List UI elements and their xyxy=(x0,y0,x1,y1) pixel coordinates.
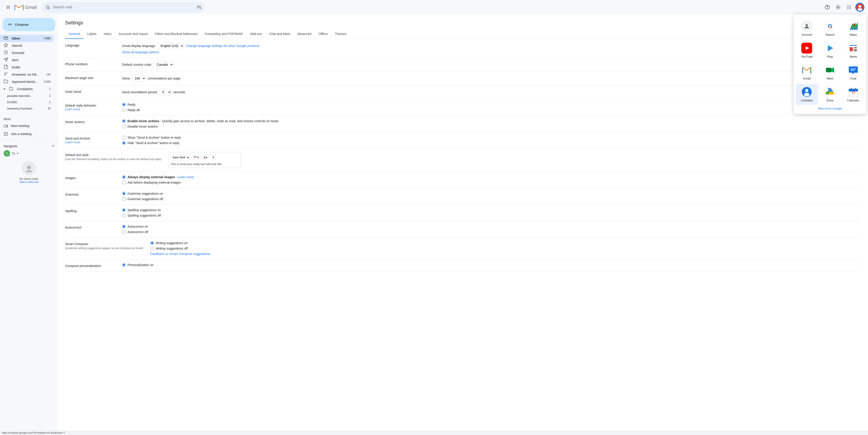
more-from-google[interactable]: More from Google xyxy=(818,107,842,110)
tab-general[interactable]: General xyxy=(65,29,84,39)
sidebar-item-ecwid[interactable]: ECWID 1 xyxy=(0,99,54,105)
hide-send-archive-input[interactable] xyxy=(122,141,126,145)
grammar-off-radio[interactable]: Grammar suggestions off xyxy=(122,197,861,201)
sidebar-item-snoozed[interactable]: Snoozed xyxy=(0,49,54,57)
grammar-on-radio[interactable]: Grammar suggestions on xyxy=(122,192,861,195)
app-item-drive[interactable]: Drive xyxy=(819,84,841,105)
app-item-youtube[interactable]: YouTube xyxy=(796,40,818,61)
sidebar-item-sent[interactable]: Sent xyxy=(0,57,54,64)
app-item-calendar[interactable]: 31 Calendar xyxy=(842,84,864,105)
ask-display-input[interactable] xyxy=(122,181,126,184)
search-input[interactable] xyxy=(53,5,194,9)
reply-radio-input[interactable] xyxy=(122,103,126,106)
compose-button[interactable]: ✏ Compose xyxy=(3,18,55,31)
app-item-chat[interactable]: Chat xyxy=(842,62,864,83)
sidebar-item-join-meeting[interactable]: Join a meeting xyxy=(0,130,58,138)
autocorrect-on-input[interactable] xyxy=(122,225,126,228)
show-send-archive-radio[interactable]: Show "Send & Archive" button in reply xyxy=(122,136,861,139)
spelling-on-radio[interactable]: Spelling suggestions on xyxy=(122,208,861,212)
show-send-archive-input[interactable] xyxy=(122,136,126,139)
sidebar-item-starred[interactable]: Starred xyxy=(0,42,54,49)
autocorrect-on-radio[interactable]: Autocorrect on xyxy=(122,225,861,228)
tab-forwarding[interactable]: Forwarding and POP/IMAP xyxy=(201,29,247,39)
smart-compose-on-input[interactable] xyxy=(150,241,154,245)
hangouts-add-icon[interactable]: + xyxy=(52,144,54,148)
spelling-on-input[interactable] xyxy=(122,208,126,212)
grammar-off-input[interactable] xyxy=(122,197,126,201)
smart-compose-on-radio[interactable]: Writing suggestions on xyxy=(150,241,861,245)
app-item-play[interactable]: Play xyxy=(819,40,841,61)
hover-enable-radio[interactable]: Enable hover actions - Quickly gain acce… xyxy=(122,119,861,123)
account-avatar[interactable] xyxy=(855,3,864,12)
tab-addons[interactable]: Add-ons xyxy=(247,29,266,39)
sidebar-item-complaints[interactable]: ▾ Complaints 2 xyxy=(0,86,54,93)
compose-label: Compose xyxy=(15,23,29,26)
tab-labels[interactable]: Labels xyxy=(84,29,100,39)
sidebar-item-inventory[interactable]: Inventory Purchasi... 12 xyxy=(0,105,54,111)
app-item-meet[interactable]: Meet xyxy=(819,62,841,83)
svg-text:31: 31 xyxy=(851,90,855,94)
drafts-label: Drafts xyxy=(12,66,20,69)
images-learn-more[interactable]: Learn more xyxy=(178,175,194,179)
hangouts-user[interactable]: TL TL ▾ xyxy=(4,150,54,157)
autocorrect-off-radio[interactable]: Autocorrect off xyxy=(122,230,861,234)
apps-button[interactable] xyxy=(844,3,854,12)
start-new-chat-link[interactable]: Start a new one xyxy=(20,180,38,183)
reply-radio-all[interactable]: Reply all xyxy=(122,108,861,112)
app-item-news[interactable]: News xyxy=(842,40,864,61)
app-item-contacts[interactable]: Contacts xyxy=(796,84,818,105)
personalization-on-input[interactable] xyxy=(122,263,126,267)
hover-disable-input[interactable] xyxy=(122,125,126,128)
language-select[interactable]: English (US) xyxy=(158,43,184,49)
smart-compose-off-input[interactable] xyxy=(150,247,154,250)
always-display-input[interactable] xyxy=(122,175,126,179)
hover-disable-radio[interactable]: Disable hover actions xyxy=(122,125,861,128)
country-code-select[interactable]: Canada xyxy=(154,61,174,68)
tab-accounts[interactable]: Accounts and Import xyxy=(115,29,151,39)
show-all-languages-link[interactable]: Show all language options xyxy=(122,51,159,54)
hover-enable-input[interactable] xyxy=(122,119,126,123)
autocorrect-off-input[interactable] xyxy=(122,230,126,234)
smart-compose-feedback-link[interactable]: Feedback on Smart Compose suggestions xyxy=(150,252,210,256)
remove-format-btn[interactable]: ✕ xyxy=(211,155,216,160)
send-archive-learn-more[interactable]: Learn more xyxy=(65,140,80,144)
help-button[interactable] xyxy=(823,3,832,12)
app-item-maps[interactable]: Maps xyxy=(842,18,864,39)
sidebar-item-new-meeting[interactable]: New meeting xyxy=(0,122,58,130)
sidebar-item-approved[interactable]: Approved Memb... 9,559 xyxy=(0,78,54,86)
search-options-icon[interactable] xyxy=(197,5,201,10)
tab-chat-meet[interactable]: Chat and Meet xyxy=(266,29,293,39)
ask-display-radio[interactable]: Ask before displaying external images xyxy=(122,181,861,184)
tab-offline[interactable]: Offline xyxy=(315,29,331,39)
personalization-on-radio[interactable]: Personalization on xyxy=(122,263,861,267)
smart-compose-off-radio[interactable]: Writing suggestions off xyxy=(150,247,861,250)
grammar-on-input[interactable] xyxy=(122,192,126,195)
hide-send-archive-radio[interactable]: Hide "Send & Archive" button in reply xyxy=(122,141,861,145)
sidebar-item-inbox[interactable]: Inbox 7,581 xyxy=(0,35,54,42)
settings-row-hover: Hover actions: Enable hover actions - Qu… xyxy=(65,115,861,132)
always-display-radio[interactable]: Always display external images - Learn m… xyxy=(122,175,861,179)
spelling-off-input[interactable] xyxy=(122,214,126,217)
tab-inbox[interactable]: Inbox xyxy=(100,29,115,39)
app-item-search[interactable]: G Search xyxy=(819,18,841,39)
font-family-select[interactable]: Sans Serif xyxy=(170,154,190,161)
reply-all-radio-input[interactable] xyxy=(122,108,126,112)
menu-button[interactable] xyxy=(4,3,13,12)
sidebar-item-drafts[interactable]: Drafts xyxy=(0,64,54,71)
tab-themes[interactable]: Themes xyxy=(331,29,350,39)
sidebar-item-liars[interactable]: possible liars/shit... 1 xyxy=(0,93,54,99)
reply-learn-more[interactable]: Learn more xyxy=(65,107,80,111)
app-item-account[interactable]: Account xyxy=(796,18,818,39)
tab-filters[interactable]: Filters and Blocked Addresses xyxy=(151,29,201,39)
reply-radio-reply[interactable]: Reply xyxy=(122,103,861,106)
settings-button[interactable] xyxy=(834,3,843,12)
language-change-link[interactable]: Change language settings for other Googl… xyxy=(186,44,259,48)
undo-seconds-select[interactable]: 5 10 20 30 xyxy=(159,89,172,95)
tab-advanced[interactable]: Advanced xyxy=(293,29,315,39)
font-color-btn[interactable]: A▾ xyxy=(202,155,209,160)
font-size-btn[interactable]: TT ▾ xyxy=(192,155,200,160)
sidebar-item-answered[interactable]: Answered -no foll... 145 xyxy=(0,71,54,78)
pagesize-select[interactable]: 100 25 50 xyxy=(132,75,146,81)
spelling-off-radio[interactable]: Spelling suggestions off xyxy=(122,214,861,217)
app-item-gmail[interactable]: Gmail xyxy=(796,62,818,83)
